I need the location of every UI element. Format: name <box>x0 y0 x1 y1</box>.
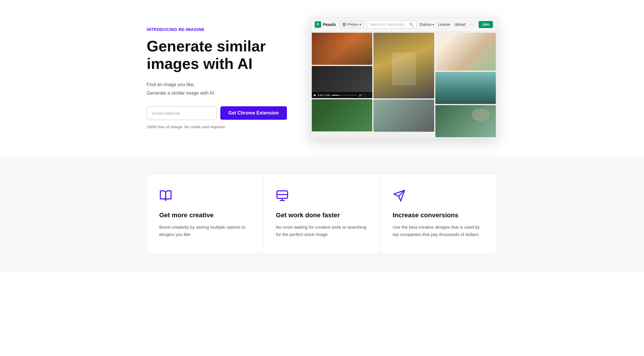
send-icon <box>393 189 407 203</box>
video-progress-fill <box>332 95 340 95</box>
join-button[interactable]: Join <box>479 21 493 28</box>
nav-upload[interactable]: Upload <box>454 22 465 27</box>
play-icon[interactable]: ▶ <box>314 93 316 97</box>
photo-tile-3 <box>435 33 496 71</box>
hero-left: INTRODUCING RE-IMAGINE Generate similar … <box>147 27 287 129</box>
hero-section: INTRODUCING RE-IMAGINE Generate similar … <box>117 0 527 156</box>
hero-right: P Pexels 🖼 Photos ▾ Search for free phot… <box>310 18 497 139</box>
feature-desc-creative: Boost creativity by seeing multiple opti… <box>159 224 251 238</box>
feature-card-creative: Get more creative Boost creativity by se… <box>147 174 264 253</box>
volume-icon[interactable]: 🔊 <box>359 94 362 97</box>
free-label: 100% free of charge. No credit card requ… <box>147 125 287 129</box>
nav-license[interactable]: License <box>438 22 450 27</box>
feature-desc-faster: No more waiting for creative work or sea… <box>276 224 368 238</box>
browser-bar: P Pexels 🖼 Photos ▾ Search for free phot… <box>311 18 497 32</box>
more-icon[interactable]: ··· <box>470 22 475 27</box>
feature-title-conversions: Increase conversions <box>393 211 485 219</box>
book-open-icon <box>159 189 173 203</box>
video-timestamp: 0:00 / 0:09 <box>318 94 330 97</box>
grid-col-3 <box>435 33 496 137</box>
features-grid: Get more creative Boost creativity by se… <box>147 174 497 254</box>
feature-card-conversions: Increase conversions Use the best creati… <box>380 174 497 253</box>
video-progress-bar[interactable] <box>332 95 358 95</box>
photo-tile-2 <box>373 33 434 98</box>
pexels-logo: P Pexels <box>315 21 336 28</box>
pexels-icon: P <box>315 21 321 28</box>
search-icon: 🔍 <box>409 22 413 27</box>
feature-desc-conversions: Use the best creative designs that is us… <box>393 224 485 238</box>
introducing-label: INTRODUCING RE-IMAGINE <box>147 27 287 32</box>
feature-title-faster: Get work done faster <box>276 211 368 219</box>
search-bar[interactable]: Search for free photos 🔍 <box>367 21 417 28</box>
more-icon[interactable]: ⋮ <box>368 94 370 97</box>
chevron-down-icon: ▾ <box>359 22 361 27</box>
feature-title-creative: Get more creative <box>159 211 251 219</box>
chevron-down-icon: ▾ <box>432 23 434 26</box>
cta-row: Get Chrome Extension <box>147 106 287 120</box>
grid-col-2 <box>373 33 434 137</box>
browser-nav: Explore ▾ License Upload ··· Join <box>420 21 493 28</box>
video-tile: ▶ 0:00 / 0:09 🔊 ⛶ ⋮ <box>312 66 372 98</box>
fullscreen-icon[interactable]: ⛶ <box>363 94 366 97</box>
photo-tile-4 <box>312 99 372 131</box>
email-input[interactable] <box>147 106 217 120</box>
hero-title: Generate similar images with AI <box>147 38 287 73</box>
browser-mockup: P Pexels 🖼 Photos ▾ Search for free phot… <box>310 18 497 139</box>
photos-tab[interactable]: 🖼 Photos ▾ <box>340 21 363 28</box>
get-chrome-extension-button[interactable]: Get Chrome Extension <box>220 106 287 120</box>
features-section: Get more creative Boost creativity by se… <box>0 156 644 271</box>
image-icon: 🖼 <box>342 22 346 27</box>
pexels-name: Pexels <box>323 22 336 27</box>
image-grid: ▶ 0:00 / 0:09 🔊 ⛶ ⋮ <box>311 32 497 138</box>
nav-explore[interactable]: Explore ▾ <box>420 22 434 27</box>
photo-tile-5 <box>373 100 434 132</box>
feature-card-faster: Get work done faster No more waiting for… <box>264 174 380 253</box>
photo-tile-1 <box>312 33 372 65</box>
monitor-icon <box>276 189 290 203</box>
grid-col-1: ▶ 0:00 / 0:09 🔊 ⛶ ⋮ <box>312 33 372 137</box>
photo-tile-6 <box>435 72 496 104</box>
photo-tile-7 <box>435 105 496 137</box>
hero-subtitle: Find an image you like, Generate a simil… <box>147 81 287 97</box>
